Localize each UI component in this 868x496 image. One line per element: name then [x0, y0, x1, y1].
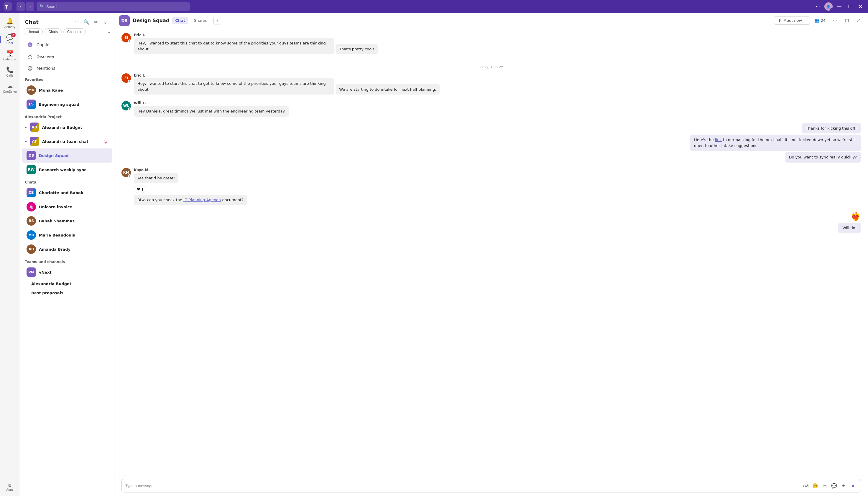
- nav-item-chat[interactable]: 💬 Chat 2: [0, 32, 20, 47]
- backlog-link[interactable]: link: [715, 138, 722, 142]
- chat-item-alexandria-budget[interactable]: AB Alexandria Budget: [22, 120, 112, 134]
- chat-info-engineering-squad: Engineering squad: [39, 102, 108, 107]
- filter-chevron-icon[interactable]: ⌄: [107, 30, 110, 34]
- msg-bubble-early-2: That's pretty cool!: [335, 44, 378, 55]
- chat-name-alexandria-team-chat: Alexandria team chat: [42, 139, 101, 144]
- sticker-button[interactable]: 💬: [830, 482, 838, 490]
- chats-label: Chats: [20, 177, 114, 186]
- nav-item-calendar[interactable]: 📅 Calendar: [0, 48, 20, 63]
- titlebar-right-actions: ··· 👤 — □ ✕: [814, 2, 865, 11]
- chat-item-alexandria-team-chat[interactable]: AT Alexandria team chat @: [22, 134, 112, 149]
- chat-item-mona-kane[interactable]: MK Mona Kane: [22, 83, 112, 97]
- nav-mentions[interactable]: @ Mentions: [22, 62, 112, 74]
- send-button[interactable]: ➤: [849, 482, 857, 490]
- chat-item-amanda-brady[interactable]: AB Amanda Brady: [22, 242, 112, 256]
- copilot-icon: AI: [27, 41, 34, 48]
- format-button[interactable]: Aa: [802, 482, 810, 490]
- emoji-button[interactable]: 😊: [811, 482, 819, 490]
- minimize-button[interactable]: —: [835, 2, 843, 11]
- participants-button[interactable]: 👥 24: [812, 17, 828, 24]
- sidebar-more-button[interactable]: ···: [73, 18, 81, 26]
- channel-item-best-proposals[interactable]: Best proposals: [22, 288, 112, 297]
- activity-icon: 🔔: [6, 18, 14, 25]
- search-icon: 🔍: [40, 4, 45, 9]
- msg-own-row-1: Thanks for kicking this off!: [121, 123, 861, 134]
- message-input[interactable]: [125, 484, 799, 488]
- header-more-button[interactable]: ···: [830, 16, 840, 25]
- filter-unread[interactable]: Unread: [24, 28, 43, 35]
- channel-name-best-proposals: Best proposals: [31, 291, 108, 295]
- avatar-engineering-squad: ES: [27, 99, 36, 109]
- chat-name-babak-shammas: Babak Shammas: [39, 219, 108, 223]
- avatar-alexandria-budget: AB: [30, 123, 39, 132]
- close-button[interactable]: ✕: [856, 2, 865, 11]
- chat-item-engineering-squad[interactable]: ES Engineering squad: [22, 97, 112, 111]
- nav-item-onedrive[interactable]: ☁ OneDrive: [0, 80, 20, 96]
- own-emoji: ❤️‍🔥: [851, 212, 861, 221]
- filter-bar: Unread Chats Channels ⌄: [20, 28, 114, 38]
- nav-more-button[interactable]: ···: [8, 284, 12, 293]
- avatar-design-squad: DS: [27, 151, 36, 160]
- audio-waves-icon: 🎙: [778, 18, 782, 23]
- search-bar[interactable]: 🔍: [36, 2, 190, 11]
- reaction-heart[interactable]: ❤️ 1: [134, 186, 146, 193]
- gif-button[interactable]: ✂: [821, 482, 829, 490]
- avatar-vnext: vN: [27, 267, 36, 277]
- filter-chats[interactable]: Chats: [45, 28, 61, 35]
- nav-item-calls[interactable]: 📞 Calls: [0, 64, 20, 79]
- lt-planning-link[interactable]: LT Planning Agenda: [183, 198, 221, 202]
- nav-item-activity[interactable]: 🔔 Activity: [0, 15, 20, 31]
- people-icon: 👥: [814, 18, 819, 23]
- chat-name-unicorn-invoice: Unicorn invoice: [39, 205, 108, 209]
- sidebar-search-button[interactable]: 🔍: [82, 18, 90, 26]
- channel-item-alexandria-budget[interactable]: Alexandria Budget: [22, 279, 112, 288]
- chat-name-amanda-brady: Amanda Brady: [39, 247, 108, 251]
- sidebar-chevron-button[interactable]: ⌄: [101, 18, 109, 26]
- avatar-mona-kane: MK: [27, 86, 36, 95]
- teams-logo: T: [3, 2, 12, 11]
- msg-group-eric: EI Eric I. Hey, I wanted to start this c…: [121, 73, 861, 97]
- nav-copilot[interactable]: AI Copilot: [22, 39, 112, 51]
- nav-label-activity: Activity: [4, 25, 15, 29]
- msg-bubble-early-1: Hey, I wanted to start this chat to get …: [134, 38, 334, 54]
- chat-info-alexandria-budget: Alexandria Budget: [42, 125, 108, 129]
- sidebar-compose-button[interactable]: ✏: [92, 18, 100, 26]
- user-avatar[interactable]: 👤: [824, 2, 833, 11]
- msg-content-eric: Eric I. Hey, I wanted to start this chat…: [134, 73, 861, 96]
- nav-item-apps[interactable]: ⊞ Apps: [6, 481, 14, 494]
- header-expand-button[interactable]: ⤢: [854, 16, 863, 25]
- chat-item-babak-shammas[interactable]: BS Babak Shammas: [22, 214, 112, 228]
- chat-item-unicorn-invoice[interactable]: 🦄 Unicorn invoice: [22, 200, 112, 214]
- back-button[interactable]: ‹: [16, 2, 25, 11]
- maximize-button[interactable]: □: [845, 2, 854, 11]
- message-input-box: Aa 😊 ✂ 💬 + ➤: [121, 479, 861, 493]
- mentions-label: Mentions: [36, 66, 56, 71]
- chat-name-vnext: vNext: [39, 270, 108, 275]
- tab-shared[interactable]: Shared: [191, 17, 210, 24]
- chat-item-charlotte-babak[interactable]: CB Charlotte and Babak: [22, 186, 112, 200]
- chat-header-right: 🎙 Meet now ⌄ 👥 24 ··· ⊡ ⤢: [774, 16, 863, 25]
- add-tab-button[interactable]: +: [213, 17, 221, 25]
- attach-button[interactable]: +: [839, 482, 848, 490]
- nav-discover[interactable]: Discover: [22, 51, 112, 62]
- svg-text:AI: AI: [29, 44, 32, 47]
- header-sidebar-button[interactable]: ⊡: [842, 16, 852, 25]
- chat-item-research-weekly[interactable]: RW Research weekly sync: [22, 162, 112, 177]
- forward-button[interactable]: ›: [26, 2, 34, 11]
- chat-item-design-squad[interactable]: DS Design Squad: [22, 149, 112, 162]
- search-input[interactable]: [46, 4, 187, 9]
- meet-now-button[interactable]: 🎙 Meet now ⌄: [774, 16, 810, 25]
- msg-own-will-do: Will do!: [838, 223, 861, 233]
- favorites-label: Favorites: [20, 74, 114, 83]
- filter-channels[interactable]: Channels: [63, 28, 86, 35]
- sidebar-header: Chat ··· 🔍 ✏ ⌄: [20, 13, 114, 28]
- chat-item-marie-beaudouin[interactable]: MB Marie Beaudouin: [22, 228, 112, 242]
- nav-label-calendar: Calendar: [3, 58, 16, 61]
- channel-name-alexandria-budget: Alexandria Budget: [31, 282, 108, 286]
- tab-chat[interactable]: Chat: [172, 17, 188, 24]
- svg-text:T: T: [5, 4, 8, 10]
- chat-main: DS Design Squad Chat Shared + 🎙 Meet now…: [115, 13, 868, 496]
- chevron-down-icon: ⌄: [804, 19, 806, 22]
- more-options-button[interactable]: ···: [814, 2, 822, 11]
- chat-item-vnext[interactable]: vN vNext: [22, 265, 112, 279]
